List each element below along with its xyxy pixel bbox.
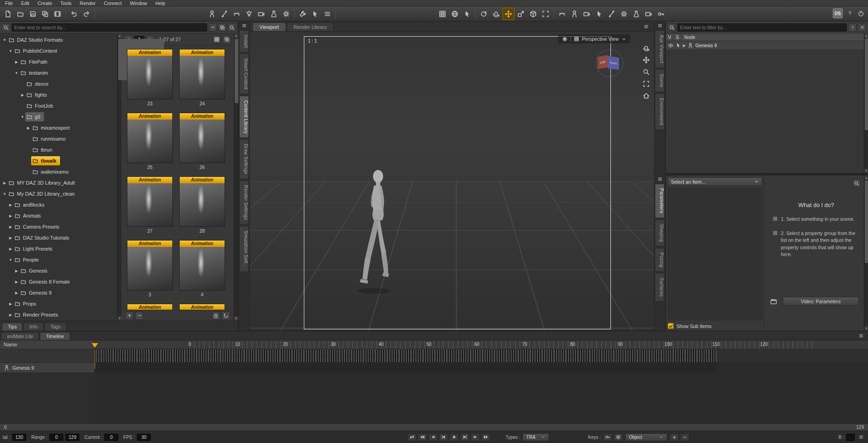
gear-tool-button[interactable] — [280, 8, 292, 20]
dock-tab-surfaces[interactable]: Surfaces — [655, 273, 665, 301]
dock-tab-environment[interactable]: Environment — [655, 93, 665, 130]
animation-thumbnail[interactable]: Animation — [127, 304, 173, 310]
scale-tool-button[interactable] — [515, 8, 527, 20]
scroll-down-icon[interactable]: ▼ — [234, 316, 238, 321]
refresh-button[interactable] — [222, 312, 230, 320]
person-tool-button[interactable] — [569, 8, 580, 20]
new-file-tool-button[interactable] — [2, 8, 14, 20]
track-name-cell[interactable]: Genesis 9 — [0, 363, 95, 372]
grid-view-button[interactable] — [213, 35, 221, 44]
animation-thumbnail-25[interactable]: Animation25 — [127, 113, 173, 172]
grid-tool-button[interactable] — [437, 8, 448, 20]
tree-item-label[interactable]: dance — [25, 79, 52, 88]
cube-tool-button[interactable] — [527, 8, 539, 20]
tree-item-filepath[interactable]: ▶FilePath — [0, 56, 117, 67]
current-frame-field[interactable] — [104, 434, 118, 441]
filter-clear-button[interactable] — [858, 23, 866, 32]
thumbnail-image[interactable]: Animation — [127, 49, 173, 99]
scroll-down-icon[interactable]: ▼ — [864, 169, 868, 173]
gear-button[interactable] — [614, 433, 623, 441]
tree-item-my-daz-3d-library-adult[interactable]: ▶MY DAZ 3D Library_Adult — [0, 177, 117, 188]
camera-selector-label[interactable]: Perspective View — [582, 36, 619, 42]
tree-item-props[interactable]: ▶Props — [0, 298, 117, 309]
scroll-down-icon[interactable]: ▼ — [864, 326, 868, 331]
key-button[interactable] — [603, 433, 612, 441]
menu-render[interactable]: Render — [76, 0, 99, 6]
tree-item-tbrun[interactable]: tbrun — [0, 144, 117, 155]
expander-closed-icon[interactable]: ▶ — [26, 126, 31, 130]
tree-item-walkmixamo[interactable]: walkmixamo — [0, 166, 117, 177]
expander-open-icon[interactable]: ▼ — [2, 38, 7, 42]
tree-item-runmixamo[interactable]: runmixamo — [0, 133, 117, 144]
tab-tags[interactable]: Tags — [44, 323, 66, 331]
expander-closed-icon[interactable]: ▶ — [8, 214, 13, 218]
scrollbar-thumb[interactable] — [865, 180, 868, 263]
tree-item-camera-presets[interactable]: ▶Camera Presets — [0, 221, 117, 232]
animation-thumbnail-24[interactable]: Animation24 — [179, 49, 225, 108]
frame-view-tool[interactable] — [643, 80, 650, 88]
tree-item-label[interactable]: aniBlocks — [13, 200, 48, 209]
menu-file[interactable]: File — [1, 0, 17, 6]
view-cube-left-face[interactable]: Left — [598, 55, 608, 69]
thumbnails-scrollbar[interactable]: ▲ ▼ — [234, 33, 238, 321]
tree-item-label[interactable]: mixamosport — [31, 123, 73, 132]
home-view-tool[interactable] — [643, 92, 650, 99]
tree-item-label[interactable]: Props — [13, 299, 40, 308]
node-column-header[interactable]: Node — [681, 33, 868, 41]
scrollbar-track[interactable] — [864, 38, 868, 169]
play-button[interactable] — [450, 433, 459, 441]
scene-filter-input[interactable] — [677, 23, 847, 32]
keyframe-band[interactable] — [95, 350, 717, 355]
selection-column-header[interactable]: S — [674, 33, 681, 41]
pane-menu-icon[interactable] — [642, 23, 650, 30]
prev-key-button[interactable] — [429, 433, 438, 441]
pane-menu-icon[interactable] — [656, 22, 664, 29]
cursor-tool-button[interactable] — [309, 8, 321, 20]
flask-tool-button[interactable] — [268, 8, 280, 20]
tree-item-my-daz-3d-library-clean[interactable]: ▼My DAZ 3D Library_clean — [0, 188, 117, 199]
thumbnail-image[interactable]: Animation — [179, 49, 225, 99]
menu-connect[interactable]: Connect — [100, 0, 126, 6]
dock-tab-smart-content[interactable]: Smart Content — [239, 54, 249, 94]
thumbnail-image[interactable]: Animation — [179, 304, 225, 310]
tree-item-label[interactable]: Genesis 8 Female — [19, 277, 73, 286]
expander-closed-icon[interactable]: ▶ — [8, 302, 13, 306]
scroll-up-icon[interactable]: ▲ — [864, 33, 868, 38]
wrench-tool-button[interactable] — [297, 8, 308, 20]
pane-menu-icon[interactable] — [656, 176, 664, 182]
scroll-up-icon[interactable]: ▲ — [234, 33, 238, 38]
save-tool-button[interactable] — [27, 8, 38, 20]
expander-closed-icon[interactable]: ▶ — [14, 60, 19, 64]
dock-tab-posing[interactable]: Posing — [655, 248, 665, 272]
tree-item-label[interactable]: g9 — [25, 112, 44, 121]
tab-tips[interactable]: Tips — [2, 323, 22, 331]
timeline-range-scrollbar[interactable]: 0 129 — [0, 423, 868, 431]
visibility-eye-icon[interactable] — [668, 43, 674, 49]
view-cube-front-face[interactable]: Front — [608, 56, 619, 70]
search-button[interactable] — [2, 23, 10, 32]
pane-menu-icon[interactable] — [240, 22, 248, 29]
tree-item-label[interactable]: fights — [25, 90, 50, 99]
tree-item-daz-studio-formats[interactable]: ▼DAZ Studio Formats — [0, 34, 117, 45]
scrollbar-track[interactable] — [234, 38, 238, 316]
menu-create[interactable]: Create — [33, 0, 56, 6]
b-field[interactable] — [846, 434, 855, 441]
expander-closed-icon[interactable]: ▶ — [14, 269, 19, 273]
tree-item-label[interactable]: People — [13, 255, 42, 264]
tab-info[interactable]: Info — [23, 323, 44, 331]
dock-tab-draw-settings[interactable]: Draw Settings — [239, 139, 249, 179]
scroll-up-icon[interactable]: ▲ — [864, 175, 868, 180]
tree-item-publishcontent[interactable]: ▼PublishContent — [0, 45, 117, 56]
expander-open-icon[interactable]: ▼ — [8, 49, 13, 53]
show-sub-items-checkbox[interactable] — [668, 323, 674, 329]
expander-open-icon[interactable]: ▼ — [2, 192, 7, 196]
genesis9-figure[interactable] — [353, 168, 399, 306]
tree-item-label[interactable]: Light Presets — [13, 244, 56, 253]
scene-scrollbar[interactable]: ▲ ▼ — [864, 33, 868, 173]
layers-view-button[interactable] — [218, 23, 226, 32]
plus-key-button[interactable] — [670, 433, 679, 441]
range-start-field[interactable] — [49, 434, 63, 441]
tree-item-testanim[interactable]: ▼testanim — [0, 67, 117, 78]
thumbnail-image[interactable]: Animation — [127, 113, 173, 163]
tree-item-footjob[interactable]: FootJob — [0, 100, 117, 111]
